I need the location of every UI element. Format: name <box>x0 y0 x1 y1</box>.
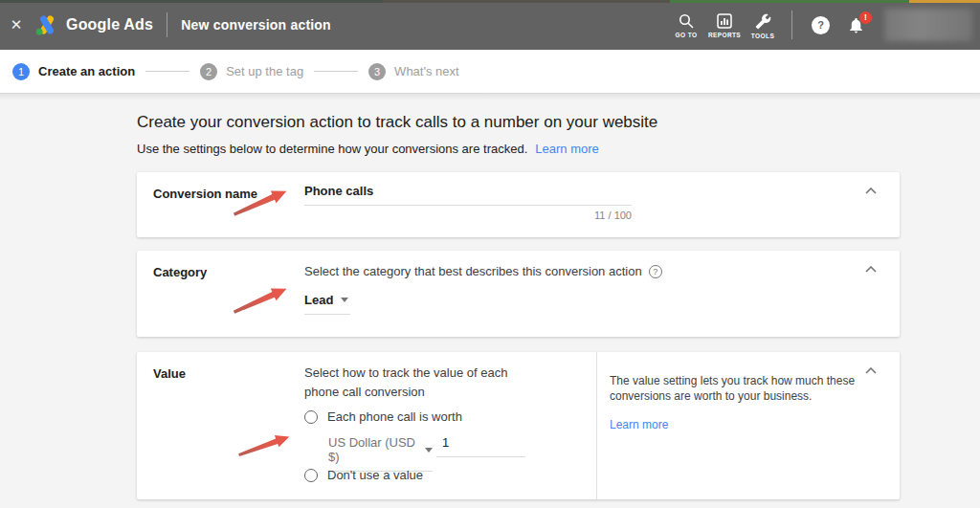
reports-icon <box>717 13 732 29</box>
step-label: Set up the tag <box>226 64 303 78</box>
help-button[interactable]: ? <box>812 16 830 34</box>
value-help-panel: The value setting lets you track how muc… <box>610 373 870 432</box>
annotation-arrow <box>235 430 293 463</box>
brand-name: Google Ads <box>66 16 153 33</box>
page-title: New conversion action <box>181 17 331 33</box>
collapse-chevron-icon[interactable] <box>865 188 877 194</box>
go-to-button[interactable]: GO TO <box>667 11 705 38</box>
panel-divider <box>596 352 597 499</box>
radio-button-icon <box>304 410 318 424</box>
help-tooltip-icon[interactable]: ? <box>649 265 662 278</box>
notifications-button[interactable]: ! <box>847 16 865 34</box>
step-set-up-the-tag[interactable]: 2 Set up the tag <box>200 63 303 80</box>
currency-row: US Dollar (USD $) 1 <box>328 435 525 472</box>
step-create-an-action[interactable]: 1 Create an action <box>12 63 135 80</box>
browser-edge-artifact <box>670 0 909 3</box>
tools-button[interactable]: TOOLS <box>744 11 782 39</box>
currency-select[interactable]: US Dollar (USD $) <box>328 435 433 472</box>
page-heading: Create your conversion action to track c… <box>137 113 657 132</box>
step-number: 3 <box>368 63 386 80</box>
google-ads-logo[interactable]: Google Ads <box>34 14 153 35</box>
search-icon <box>679 13 694 29</box>
value-card: Value Select how to track the value of e… <box>137 352 900 499</box>
tools-icon <box>755 13 771 30</box>
value-label: Value <box>153 366 186 381</box>
browser-edge-artifact <box>909 0 980 3</box>
browser-edge-artifact <box>0 0 383 3</box>
page-subtitle: Use the settings below to determine how … <box>137 142 599 156</box>
browser-edge-artifact <box>383 0 670 3</box>
collapse-chevron-icon[interactable] <box>865 367 877 374</box>
notification-badge: ! <box>859 11 872 24</box>
category-label: Category <box>153 265 207 279</box>
dropdown-arrow-icon <box>341 298 348 302</box>
step-label: What's next <box>394 64 459 78</box>
header-divider <box>167 12 167 37</box>
character-counter: 11 / 100 <box>304 210 632 221</box>
app-bar-actions: GO TO REPORTS TOOLS ? ! <box>667 0 980 50</box>
annotation-arrow <box>230 281 290 320</box>
value-learn-more-link[interactable]: Learn more <box>610 418 668 431</box>
header-divider <box>791 11 792 39</box>
radio-each-phone-call-is-worth[interactable]: Each phone call is worth <box>304 409 462 424</box>
value-description: Select how to track the value of each ph… <box>304 364 534 402</box>
value-help-text: The value setting lets you track how muc… <box>610 373 870 404</box>
category-card: Category Select the category that best d… <box>137 251 900 337</box>
category-select[interactable]: Lead <box>304 293 350 315</box>
step-whats-next[interactable]: 3 What's next <box>368 63 459 80</box>
conversion-name-card: Conversion name Phone calls 11 / 100 <box>137 172 900 237</box>
collapse-chevron-icon[interactable] <box>865 266 877 273</box>
step-label: Create an action <box>38 64 135 78</box>
step-number: 1 <box>12 63 30 80</box>
reports-button[interactable]: REPORTS <box>705 11 744 38</box>
dropdown-arrow-icon <box>425 448 433 453</box>
radio-dont-use-a-value[interactable]: Don't use a value <box>304 468 423 482</box>
conversion-name-label: Conversion name <box>153 187 257 201</box>
step-connector <box>145 71 189 72</box>
value-amount-input[interactable]: 1 <box>436 435 525 457</box>
question-mark-icon: ? <box>817 19 824 31</box>
category-description: Select the category that best describes … <box>304 264 662 278</box>
close-icon[interactable]: ✕ <box>0 0 33 50</box>
app-bar: ✕ Google Ads New conversion action GO TO… <box>0 0 980 50</box>
step-number: 2 <box>200 63 217 80</box>
radio-button-icon <box>304 469 318 482</box>
step-connector <box>314 71 358 72</box>
account-info-redacted[interactable] <box>884 9 972 41</box>
intro-learn-more-link[interactable]: Learn more <box>535 142 598 156</box>
input-underline <box>304 205 632 206</box>
main-content: Create your conversion action to track c… <box>0 94 980 508</box>
conversion-name-input[interactable]: Phone calls 11 / 100 <box>304 184 632 221</box>
google-ads-logo-icon <box>34 14 58 35</box>
progress-stepper: 1 Create an action 2 Set up the tag 3 Wh… <box>0 50 980 94</box>
